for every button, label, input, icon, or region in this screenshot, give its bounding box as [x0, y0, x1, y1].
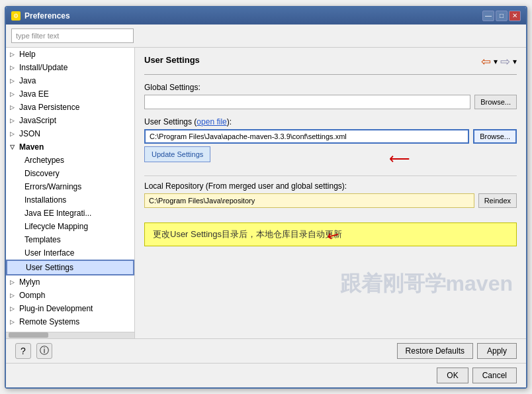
sidebar-item-label: Install/Update: [19, 63, 67, 72]
sidebar-item-mylyn[interactable]: ▷ Mylyn: [6, 275, 134, 289]
sidebar-item-lifecycle-mapping[interactable]: Lifecycle Mapping: [6, 220, 134, 233]
sidebar: ▷ Help ▷ Install/Update ▷ Java ▷: [6, 48, 135, 338]
local-repo-group: Local Repository (From merged user and g…: [144, 181, 517, 208]
user-settings-input[interactable]: [144, 129, 469, 144]
sidebar-item-java-persistence[interactable]: ▷ Java Persistence: [6, 101, 134, 114]
sidebar-item-label: Mylyn: [19, 277, 40, 287]
forward-nav-button[interactable]: ⇨: [500, 54, 510, 69]
content-area: ▷ Help ▷ Install/Update ▷ Java ▷: [6, 48, 526, 338]
sidebar-item-label: Java EE: [19, 89, 49, 99]
window-title: Preferences: [24, 11, 70, 21]
nav-dropdown2-button[interactable]: ▾: [513, 57, 517, 66]
global-settings-row: Browse...: [144, 95, 517, 109]
sidebar-item-remote-systems[interactable]: ▷ Remote Systems: [6, 315, 134, 328]
local-repo-row: Reindex: [144, 193, 517, 208]
sidebar-item-label: Archetypes: [24, 156, 64, 165]
apply-button[interactable]: Apply: [477, 343, 517, 359]
sidebar-item-user-settings[interactable]: User Settings: [6, 260, 134, 275]
sidebar-item-javascript[interactable]: ▷ JavaScript: [6, 114, 134, 127]
expand-arrow: ▷: [10, 64, 17, 71]
expand-arrow: ▷: [10, 292, 17, 299]
sidebar-item-java-ee-integration[interactable]: Java EE Integrati...: [6, 207, 134, 220]
local-repo-label: Local Repository (From merged user and g…: [144, 181, 517, 191]
window-body: ▷ Help ▷ Install/Update ▷ Java ▷: [6, 25, 526, 387]
user-settings-group: User Settings (open file): Browse... Upd…: [144, 117, 517, 162]
title-bar-left: ⚙ Preferences: [11, 11, 70, 21]
sidebar-item-help[interactable]: ▷ Help: [6, 48, 134, 61]
sidebar-item-label: Lifecycle Mapping: [24, 222, 88, 231]
global-settings-group: Global Settings: Browse...: [144, 83, 517, 109]
expand-arrow: ▷: [10, 51, 17, 58]
sidebar-item-plugin-development[interactable]: ▷ Plug-in Development: [6, 302, 134, 315]
reindex-button[interactable]: Reindex: [478, 193, 517, 208]
user-settings-label: User Settings (open file):: [144, 117, 517, 126]
user-settings-row: Browse...: [144, 129, 517, 144]
global-settings-input[interactable]: [144, 95, 470, 109]
update-settings-button[interactable]: Update Settings: [144, 146, 210, 162]
sidebar-item-label: User Settings: [26, 263, 73, 272]
local-repo-input[interactable]: [144, 193, 474, 208]
sidebar-item-label: Java Persistence: [19, 103, 79, 112]
nav-dropdown-button[interactable]: ▾: [494, 57, 498, 66]
info-icon-button[interactable]: ⓘ: [36, 343, 52, 359]
expand-arrow: ▷: [10, 91, 17, 97]
sidebar-item-label: Remote Systems: [19, 317, 79, 326]
sidebar-item-archetypes[interactable]: Archetypes: [6, 154, 134, 167]
sidebar-item-label: User Interface: [24, 248, 74, 258]
sidebar-item-label: Errors/Warnings: [24, 182, 81, 191]
separator: [144, 175, 517, 176]
sidebar-item-json[interactable]: ▷ JSON: [6, 127, 134, 140]
main-panel: User Settings ⇦ ▾ ⇨ ▾ Global Settings: B…: [135, 48, 526, 338]
expand-arrow: ▷: [10, 130, 17, 137]
sidebar-item-java-ee[interactable]: ▷ Java EE: [6, 87, 134, 101]
cancel-button[interactable]: Cancel: [472, 368, 517, 383]
minimize-button[interactable]: —: [482, 11, 494, 21]
expand-arrow: ▷: [10, 104, 17, 111]
close-button[interactable]: ✕: [509, 11, 521, 21]
restore-defaults-button[interactable]: Restore Defaults: [397, 343, 473, 359]
filter-input[interactable]: [11, 28, 134, 43]
section-title: User Settings: [144, 55, 200, 68]
back-nav-button[interactable]: ⇦: [481, 54, 491, 69]
expand-arrow: ▷: [10, 319, 17, 325]
sidebar-item-label: Installations: [24, 195, 66, 205]
maximize-button[interactable]: □: [496, 11, 508, 21]
sidebar-item-oomph[interactable]: ▷ Oomph: [6, 289, 134, 302]
ok-button[interactable]: OK: [437, 368, 468, 383]
expand-arrow: ▷: [10, 305, 17, 312]
expand-arrow: ▽: [10, 144, 17, 150]
sidebar-item-errors-warnings[interactable]: Errors/Warnings: [6, 180, 134, 193]
filter-bar: [6, 25, 526, 48]
sidebar-item-label: Discovery: [24, 169, 60, 178]
sidebar-item-label: JSON: [19, 129, 40, 138]
title-bar: ⚙ Preferences — □ ✕: [6, 7, 526, 25]
open-file-link[interactable]: open file: [197, 117, 226, 126]
watermark: 跟着刚哥学maven: [340, 270, 513, 299]
sidebar-item-label: Maven: [19, 142, 44, 152]
sidebar-item-label: Java: [19, 76, 36, 85]
preferences-window: ⚙ Preferences — □ ✕ ▷ Help: [5, 6, 527, 389]
browse-user-button[interactable]: Browse...: [473, 129, 517, 144]
expand-arrow: ▷: [10, 279, 17, 285]
sidebar-item-discovery[interactable]: Discovery: [6, 167, 134, 180]
global-settings-label: Global Settings:: [144, 83, 517, 92]
sidebar-item-label: Java EE Integrati...: [24, 209, 91, 218]
sidebar-content: ▷ Help ▷ Install/Update ▷ Java ▷: [6, 48, 134, 332]
sidebar-item-label: Templates: [24, 235, 61, 244]
sidebar-item-installations[interactable]: Installations: [6, 193, 134, 207]
sidebar-item-templates[interactable]: Templates: [6, 233, 134, 246]
sidebar-item-label: JavaScript: [19, 116, 56, 125]
window-icon: ⚙: [11, 11, 21, 21]
browse-global-button[interactable]: Browse...: [474, 95, 517, 109]
help-icon-button[interactable]: ?: [15, 343, 31, 359]
title-controls: — □ ✕: [482, 11, 521, 21]
sidebar-item-user-interface[interactable]: User Interface: [6, 246, 134, 260]
horizontal-scrollbar[interactable]: [6, 332, 134, 338]
sidebar-item-java[interactable]: ▷ Java: [6, 74, 134, 87]
annotation-box: 更改User Settings目录后，本地仓库目录自动更新: [144, 222, 517, 246]
sidebar-item-maven[interactable]: ▽ Maven: [6, 140, 134, 154]
sidebar-item-label: Plug-in Development: [19, 304, 93, 313]
sidebar-item-install-update[interactable]: ▷ Install/Update: [6, 61, 134, 74]
annotation-text: 更改User Settings目录后，本地仓库目录自动更新: [153, 229, 342, 239]
scrollbar-thumb[interactable]: [9, 332, 48, 338]
